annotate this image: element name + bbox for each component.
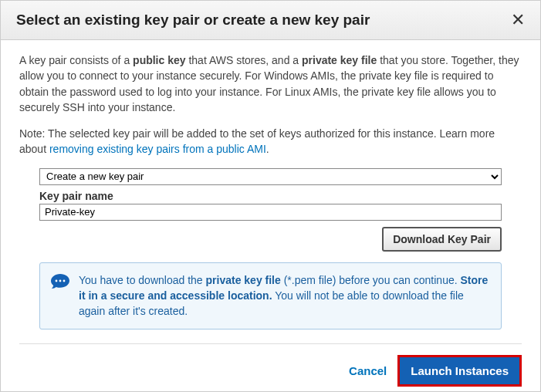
- key-pair-name-input[interactable]: [39, 204, 502, 221]
- modal-header: Select an existing key pair or create a …: [1, 1, 540, 40]
- download-row: Download Key Pair: [39, 227, 502, 252]
- desc-bold-private: private key file: [302, 54, 377, 66]
- desc-bold-public: public key: [133, 54, 185, 66]
- remove-keypairs-link[interactable]: removing existing key pairs from a publi…: [49, 143, 266, 155]
- modal-title: Select an existing key pair or create a …: [16, 12, 370, 29]
- key-pair-name-label: Key pair name: [39, 190, 502, 202]
- download-key-pair-button[interactable]: Download Key Pair: [382, 227, 502, 252]
- info-bold-file: private key file: [206, 274, 281, 286]
- desc-text: that AWS stores, and a: [186, 54, 302, 66]
- note-suffix: .: [266, 143, 269, 155]
- svg-point-2: [63, 279, 66, 282]
- chat-bubble-icon: [51, 274, 69, 289]
- key-pair-select[interactable]: Create a new key pair: [39, 168, 502, 185]
- info-text: You have to download the: [79, 274, 206, 286]
- svg-point-0: [56, 279, 58, 282]
- launch-instances-button[interactable]: Launch Instances: [400, 357, 519, 384]
- info-text: (*.pem file) before you can continue.: [281, 274, 461, 286]
- modal-body: A key pair consists of a public key that…: [1, 40, 540, 329]
- info-box: You have to download the private key fil…: [39, 262, 502, 329]
- desc-text: A key pair consists of a: [19, 54, 133, 66]
- modal-footer: Cancel Launch Instances: [19, 343, 522, 392]
- key-pair-description: A key pair consists of a public key that…: [19, 52, 522, 115]
- close-icon[interactable]: ✕: [511, 12, 525, 29]
- svg-point-1: [59, 279, 62, 282]
- note-text: Note: The selected key pair will be adde…: [19, 126, 522, 157]
- cancel-button[interactable]: Cancel: [349, 364, 387, 377]
- launch-highlight: Launch Instances: [397, 355, 522, 387]
- info-message: You have to download the private key fil…: [79, 272, 490, 319]
- form-area: Create a new key pair Key pair name Down…: [19, 168, 522, 329]
